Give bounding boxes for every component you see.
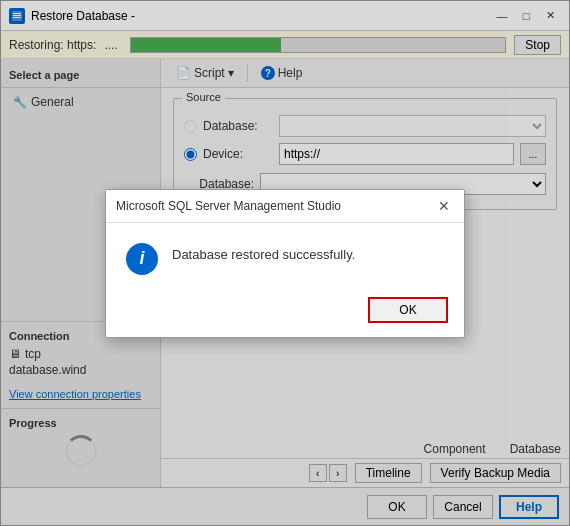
dialog-overlay: Microsoft SQL Server Management Studio ✕… bbox=[0, 0, 570, 526]
dialog-ok-button[interactable]: OK bbox=[368, 297, 448, 323]
dialog-title-text: Microsoft SQL Server Management Studio bbox=[116, 199, 341, 213]
dialog: Microsoft SQL Server Management Studio ✕… bbox=[105, 189, 465, 338]
dialog-message: Database restored successfully. bbox=[172, 243, 355, 262]
dialog-footer: OK bbox=[106, 289, 464, 337]
dialog-title-bar: Microsoft SQL Server Management Studio ✕ bbox=[106, 190, 464, 223]
dialog-close-button[interactable]: ✕ bbox=[434, 196, 454, 216]
dialog-body: i Database restored successfully. bbox=[106, 223, 464, 289]
info-icon: i bbox=[126, 243, 158, 275]
